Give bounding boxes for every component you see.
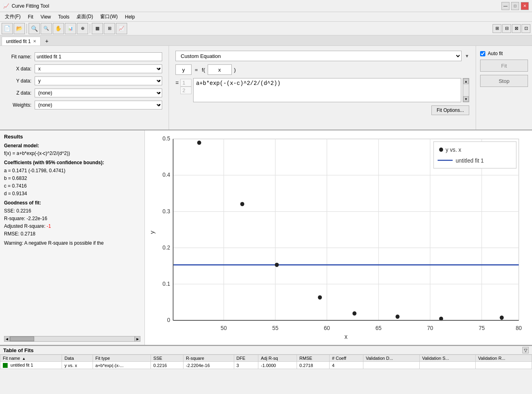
results-body: General model: f(x) = a+b*exp(-(x-c)^2/2… bbox=[4, 142, 140, 334]
fit-name-label: Fit name: bbox=[6, 54, 35, 60]
col-fit-type[interactable]: Fit type bbox=[93, 355, 151, 362]
add-tab-button[interactable]: + bbox=[42, 37, 51, 45]
residuals-button[interactable]: 📈 bbox=[116, 23, 127, 34]
tb-layout-4[interactable]: ⊡ bbox=[522, 24, 530, 33]
toolbar-right: ⊞ ⊟ ⊠ ⊡ bbox=[493, 24, 530, 33]
menu-item-fit[interactable]: Fit bbox=[25, 13, 36, 21]
add-data-button[interactable]: ⊕ bbox=[77, 23, 88, 34]
menu-item-view[interactable]: View bbox=[37, 13, 54, 21]
svg-text:80: 80 bbox=[516, 324, 522, 331]
menu-item-help[interactable]: Help bbox=[122, 13, 138, 21]
formula-text-box[interactable]: a+b*exp(-(x-c)^2/2/(d^2)) bbox=[193, 78, 461, 102]
bottom-section: Table of Fits ▽ Fit name ▲ Data Fit type… bbox=[0, 346, 532, 394]
toolbar-separator-1 bbox=[27, 24, 27, 33]
cell-val-s bbox=[419, 362, 475, 369]
results-scrollbar: ◀ ▶ bbox=[4, 336, 140, 342]
cell-val-d bbox=[363, 362, 419, 369]
coeff-a: a = 0.1471 (-0.1798, 0.4741) bbox=[4, 167, 140, 175]
zoom-in-button[interactable]: 🔍 bbox=[41, 23, 52, 34]
col-sse[interactable]: SSE bbox=[151, 355, 184, 362]
col-data[interactable]: Data bbox=[62, 355, 93, 362]
col-fit-name[interactable]: Fit name ▲ bbox=[0, 355, 62, 362]
results-scroll-left[interactable]: ◀ bbox=[4, 336, 10, 342]
y-data-label: Y data: bbox=[6, 78, 35, 84]
formula-scroll-down[interactable]: ▼ bbox=[463, 96, 469, 102]
col-val-r[interactable]: Validation R... bbox=[475, 355, 532, 362]
stop-button[interactable]: Stop bbox=[480, 75, 528, 87]
coeff-b: b = 0.6832 bbox=[4, 175, 140, 182]
weights-select[interactable]: (none) bbox=[35, 101, 162, 109]
svg-text:70: 70 bbox=[427, 324, 433, 331]
fit-color-indicator bbox=[3, 363, 8, 368]
table-collapse-button[interactable]: ▽ bbox=[522, 347, 529, 353]
svg-text:60: 60 bbox=[324, 324, 330, 331]
col-r-square[interactable]: R-square bbox=[184, 355, 234, 362]
open-button[interactable]: 📂 bbox=[14, 23, 25, 34]
equation-type-select[interactable]: Custom Equation bbox=[175, 51, 462, 61]
legend-button[interactable]: ▦ bbox=[92, 23, 103, 34]
adj-rsquare-value: Adjusted R-square: -1 bbox=[4, 223, 140, 230]
menu-item----d-[interactable]: 桌面(D) bbox=[73, 12, 96, 21]
z-data-label: Z data: bbox=[6, 90, 35, 96]
results-scroll-track bbox=[10, 336, 135, 342]
tb-layout-1[interactable]: ⊞ bbox=[493, 24, 501, 33]
cell-dfe: 3 bbox=[234, 362, 258, 369]
tab-untitled-fit-1[interactable]: untitled fit 1 ✕ bbox=[2, 37, 41, 45]
menu-item-tools[interactable]: Tools bbox=[55, 13, 72, 21]
func-eq-sign: = bbox=[193, 67, 200, 73]
tb-layout-3[interactable]: ⊠ bbox=[512, 24, 521, 33]
table-body: untitled fit 1 y vs. x a+b*exp(-(x-... 0… bbox=[0, 362, 532, 369]
z-data-select[interactable]: (none) bbox=[35, 89, 162, 97]
app-title: Curve Fitting Tool bbox=[12, 3, 49, 9]
menu-item----f-[interactable]: 文件(F) bbox=[2, 12, 24, 21]
fit-button[interactable]: Fit bbox=[480, 60, 528, 72]
tab-close-button[interactable]: ✕ bbox=[33, 39, 36, 43]
grid-button[interactable]: ⊞ bbox=[104, 23, 115, 34]
close-button[interactable]: ✕ bbox=[521, 2, 529, 10]
svg-text:0.5: 0.5 bbox=[163, 135, 170, 142]
col-n-coeff[interactable]: # Coeff bbox=[330, 355, 363, 362]
data-cursor-button[interactable]: 📊 bbox=[65, 23, 76, 34]
col-rmse[interactable]: RMSE bbox=[297, 355, 330, 362]
zoom-out-button[interactable]: 🔍 bbox=[29, 23, 40, 34]
y-data-row: Y data: y ▼ bbox=[6, 76, 162, 85]
fits-table: Fit name ▲ Data Fit type SSE R-square DF… bbox=[0, 355, 532, 369]
minimize-button[interactable]: — bbox=[501, 2, 509, 10]
formula-eq-sign: = bbox=[175, 78, 179, 86]
toolbar: 📄 📂 🔍 🔍 ✋ 📊 ⊕ ▦ ⊞ 📈 ⊞ ⊟ ⊠ ⊡ bbox=[0, 22, 532, 35]
x-data-label: X data: bbox=[6, 66, 35, 72]
results-scroll-thumb[interactable] bbox=[10, 336, 34, 341]
weights-row: Weights: (none) ▼ bbox=[6, 101, 162, 109]
formula-scroll-up[interactable]: ▲ bbox=[463, 78, 469, 84]
coefficients-section: Coefficients (with 95% confidence bounds… bbox=[4, 159, 140, 198]
new-button[interactable]: 📄 bbox=[2, 23, 13, 34]
svg-text:x: x bbox=[344, 333, 348, 340]
col-adj-rsq[interactable]: Adj R-sq bbox=[258, 355, 297, 362]
col-val-d[interactable]: Validation D... bbox=[363, 355, 419, 362]
table-header: Fit name ▲ Data Fit type SSE R-square DF… bbox=[0, 355, 532, 362]
x-data-row: X data: x ▼ bbox=[6, 64, 162, 73]
app-icon: 📈 bbox=[3, 3, 9, 9]
col-dfe[interactable]: DFE bbox=[234, 355, 258, 362]
formula-scrollbar: ▲ ▼ bbox=[463, 78, 469, 102]
table-header-bar: Table of Fits ▽ bbox=[0, 346, 532, 355]
auto-fit-checkbox[interactable] bbox=[480, 51, 485, 56]
datapoint-2 bbox=[240, 202, 244, 206]
y-data-select[interactable]: y bbox=[35, 76, 162, 85]
fit-options-button[interactable]: Fit Options... bbox=[431, 105, 469, 115]
coefficients-header: Coefficients (with 95% confidence bounds… bbox=[4, 159, 140, 167]
menu-item----w-[interactable]: 窗口(W) bbox=[97, 12, 121, 21]
fit-params-panel: Fit name: X data: x ▼ Y data: y bbox=[0, 46, 169, 130]
col-val-s[interactable]: Validation S... bbox=[419, 355, 475, 362]
x-data-select[interactable]: x bbox=[35, 64, 162, 73]
pan-button[interactable]: ✋ bbox=[53, 23, 64, 34]
maximize-button[interactable]: □ bbox=[511, 2, 519, 10]
results-scroll-right[interactable]: ▶ bbox=[135, 336, 140, 342]
toolbar-separator-2 bbox=[90, 24, 90, 33]
auto-fit-row: Auto fit bbox=[480, 51, 528, 56]
chart-svg: 0 0.1 0.2 0.3 0.4 0.5 y 50 55 60 65 70 7… bbox=[148, 134, 529, 342]
fit-name-input[interactable] bbox=[35, 52, 162, 61]
tb-layout-2[interactable]: ⊟ bbox=[502, 24, 511, 33]
func-x-box: x bbox=[208, 64, 232, 75]
chart-area: 0 0.1 0.2 0.3 0.4 0.5 y 50 55 60 65 70 7… bbox=[145, 130, 532, 345]
